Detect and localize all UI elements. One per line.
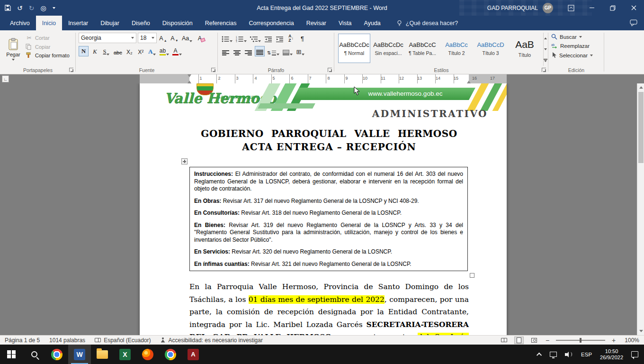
- print-layout-button[interactable]: [514, 337, 524, 344]
- font-size-combo[interactable]: 18: [138, 33, 157, 43]
- touch-mode-icon[interactable]: ◎: [40, 5, 46, 11]
- close-button[interactable]: [623, 0, 644, 16]
- style-table-paragraph[interactable]: AaBbCcC ¶ Table Pa...: [406, 34, 438, 63]
- tab-insertar[interactable]: Insertar: [62, 16, 94, 30]
- styles-scroll-down-icon[interactable]: [544, 44, 547, 55]
- style-titulo[interactable]: AaB Título: [509, 34, 541, 63]
- scrollbar-thumb[interactable]: [638, 92, 644, 163]
- instructions-table[interactable]: Instrucciones: El Administrador del cont…: [189, 167, 468, 271]
- tab-disposicion[interactable]: Disposición: [156, 16, 199, 30]
- tab-selector[interactable]: ∟: [2, 75, 9, 82]
- redo-icon[interactable]: ↻: [29, 5, 35, 11]
- taskbar-search-button[interactable]: [23, 345, 45, 364]
- superscript-button[interactable]: X²: [136, 46, 146, 56]
- tell-me-search[interactable]: ¿Qué desea hacer?: [396, 16, 458, 30]
- underline-button[interactable]: S: [101, 46, 111, 56]
- paragraph-dialog-launcher-icon[interactable]: [328, 68, 332, 72]
- accessibility-status[interactable]: Accesibilidad: es necesario investigar: [161, 337, 263, 344]
- tab-referencias[interactable]: Referencias: [199, 16, 243, 30]
- word-count[interactable]: 1014 palabras: [49, 337, 85, 344]
- volume-icon[interactable]: [565, 351, 573, 357]
- tab-revisar[interactable]: Revisar: [300, 16, 332, 30]
- select-button[interactable]: Seleccionar: [551, 52, 601, 58]
- undo-icon[interactable]: ↺: [17, 5, 23, 11]
- cut-button[interactable]: ✂ Cortar: [26, 35, 70, 41]
- table-resize-handle[interactable]: [470, 273, 474, 278]
- style-sin-espaciado[interactable]: AaBbCcDc Sin espaci...: [372, 34, 404, 63]
- styles-more-icon[interactable]: [544, 55, 547, 66]
- borders-button[interactable]: ⊞: [295, 46, 305, 56]
- action-center-icon[interactable]: [631, 351, 638, 357]
- first-line-indent-marker[interactable]: [188, 74, 191, 77]
- zoom-percentage[interactable]: 100%: [622, 337, 639, 344]
- restore-button[interactable]: [602, 0, 623, 16]
- styles-dialog-launcher-icon[interactable]: [542, 68, 546, 72]
- grow-font-button[interactable]: A▲: [158, 33, 168, 43]
- network-icon[interactable]: [550, 352, 557, 357]
- multilevel-list-button[interactable]: [249, 33, 262, 43]
- find-button[interactable]: Buscar: [551, 34, 601, 40]
- horizontal-ruler[interactable]: 1 2 3 4 5 6 7 8 9 10 11 12 13 14 15 16 1…: [140, 74, 507, 83]
- align-left-button[interactable]: [221, 46, 231, 56]
- justify-button[interactable]: [255, 46, 265, 56]
- document-page[interactable]: Valle Hermoso GAD PARROQUIAL www.vallehe…: [140, 83, 507, 335]
- tab-dibujar[interactable]: Dibujar: [94, 16, 125, 30]
- strikethrough-button[interactable]: abc: [113, 46, 123, 56]
- right-indent-marker[interactable]: [467, 81, 471, 83]
- zoom-slider-thumb[interactable]: [580, 338, 581, 343]
- align-right-button[interactable]: [243, 46, 253, 56]
- ribbon-display-options-icon[interactable]: [561, 0, 581, 16]
- save-icon[interactable]: [5, 5, 11, 11]
- clear-formatting-button[interactable]: A: [195, 33, 205, 43]
- account-name[interactable]: GAD PARROQUIAL: [487, 5, 538, 11]
- zoom-slider[interactable]: [556, 340, 605, 341]
- tab-archivo[interactable]: Archivo: [4, 16, 36, 30]
- taskbar-chrome-button[interactable]: [45, 345, 68, 364]
- taskbar-excel-button[interactable]: X: [114, 345, 136, 364]
- style-titulo-2[interactable]: AaBbCc Título 2: [440, 34, 473, 63]
- scroll-up-icon[interactable]: [637, 83, 644, 91]
- taskbar-explorer-button[interactable]: [91, 345, 114, 364]
- comments-icon[interactable]: [630, 19, 637, 27]
- hanging-indent-marker[interactable]: [188, 81, 191, 83]
- zoom-out-button[interactable]: −: [545, 337, 550, 344]
- shrink-font-button[interactable]: A▼: [170, 33, 179, 43]
- web-layout-button[interactable]: [529, 337, 539, 344]
- start-button[interactable]: [0, 345, 23, 364]
- sort-button[interactable]: AZ↓: [286, 33, 296, 43]
- tab-vista[interactable]: Vista: [332, 16, 358, 30]
- vertical-scrollbar[interactable]: [637, 83, 644, 335]
- tab-inicio[interactable]: Inicio: [36, 16, 62, 30]
- text-effects-button[interactable]: A: [147, 46, 157, 56]
- show-marks-button[interactable]: ¶: [297, 33, 307, 43]
- text-highlight-button[interactable]: ab: [159, 46, 170, 56]
- shading-button[interactable]: [282, 46, 294, 56]
- hidden-icons-chevron-icon[interactable]: [537, 352, 542, 357]
- minimize-button[interactable]: [581, 0, 602, 16]
- input-language-indicator[interactable]: ESP: [581, 352, 592, 357]
- line-spacing-button[interactable]: ⇅: [266, 46, 280, 56]
- clock[interactable]: 10:50 26/9/2022: [600, 348, 623, 361]
- tab-diseno[interactable]: Diseño: [125, 16, 156, 30]
- taskbar-browser-button[interactable]: [159, 345, 182, 364]
- increase-indent-button[interactable]: [275, 33, 285, 43]
- zoom-in-button[interactable]: +: [611, 337, 617, 344]
- replace-button[interactable]: ab Reemplazar: [551, 43, 601, 49]
- language-status[interactable]: Español (Ecuador): [95, 337, 151, 344]
- tab-ayuda[interactable]: Ayuda: [358, 16, 387, 30]
- taskbar-acrobat-button[interactable]: A: [182, 345, 205, 364]
- italic-button[interactable]: K: [90, 46, 100, 56]
- taskbar-firefox-button[interactable]: [136, 345, 159, 364]
- paste-button[interactable]: Pegar: [3, 33, 24, 66]
- align-center-button[interactable]: [232, 46, 242, 56]
- change-case-button[interactable]: Aa: [181, 33, 193, 43]
- format-painter-button[interactable]: Copiar formato: [26, 52, 70, 58]
- font-color-button[interactable]: A: [171, 46, 183, 56]
- page-indicator[interactable]: Página 1 de 5: [5, 337, 40, 344]
- style-normal[interactable]: AaBbCcDc ¶ Normal: [338, 34, 370, 63]
- tab-correspondencia[interactable]: Correspondencia: [242, 16, 300, 30]
- clipboard-dialog-launcher-icon[interactable]: [69, 68, 73, 72]
- subscript-button[interactable]: X₂: [125, 46, 134, 56]
- numbering-button[interactable]: 123: [235, 33, 248, 43]
- scroll-down-icon[interactable]: [637, 327, 644, 335]
